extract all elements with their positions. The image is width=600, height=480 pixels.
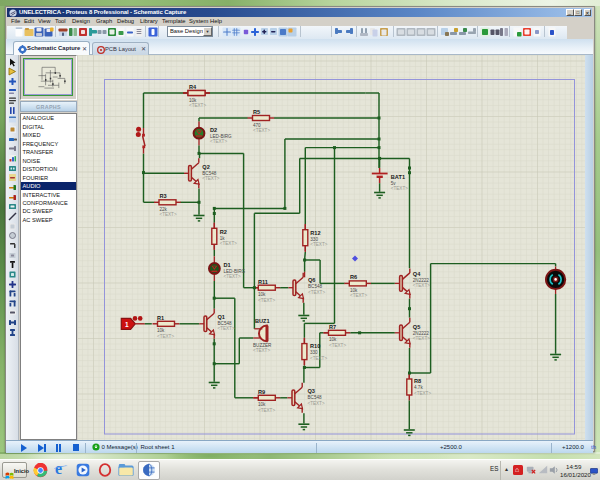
svg-text:LED-BIRG: LED-BIRG [224, 269, 246, 274]
svg-text:10k: 10k [329, 337, 337, 342]
svg-text:BC548: BC548 [202, 171, 216, 176]
svg-text:<TEXT>: <TEXT> [258, 408, 275, 413]
svg-text:330: 330 [310, 237, 318, 242]
svg-text:4.7k: 4.7k [414, 385, 423, 390]
svg-text:R7: R7 [329, 324, 336, 330]
svg-text:22k: 22k [160, 207, 168, 212]
svg-text:<TEXT>: <TEXT> [160, 212, 177, 217]
svg-text:<TEXT>: <TEXT> [308, 290, 325, 295]
svg-text:2N2222: 2N2222 [413, 278, 430, 283]
svg-text:BUZZER: BUZZER [253, 343, 272, 348]
svg-text:<TEXT>: <TEXT> [220, 241, 237, 246]
svg-text:Q4: Q4 [413, 271, 421, 277]
svg-text:R1: R1 [157, 315, 164, 321]
svg-text:<TEXT>: <TEXT> [350, 293, 367, 298]
svg-text:<TEXT>: <TEXT> [310, 242, 327, 247]
svg-text:R10: R10 [310, 343, 320, 349]
svg-text:<TEXT>: <TEXT> [202, 176, 219, 181]
svg-text:R11: R11 [258, 279, 268, 285]
svg-text:<TEXT>: <TEXT> [308, 401, 325, 406]
svg-text:R4: R4 [189, 84, 197, 90]
svg-text:<TEXT>: <TEXT> [414, 391, 431, 396]
svg-text:470: 470 [253, 123, 261, 128]
svg-text:<TEXT>: <TEXT> [224, 274, 241, 279]
svg-text:Q1: Q1 [218, 314, 225, 320]
svg-text:Q2: Q2 [202, 164, 209, 170]
svg-text:BC548: BC548 [308, 395, 322, 400]
svg-text:BC548: BC548 [308, 284, 322, 289]
svg-text:<TEXT>: <TEXT> [218, 326, 235, 331]
svg-text:LED-BIRG: LED-BIRG [210, 134, 232, 139]
svg-text:10k: 10k [189, 98, 197, 103]
svg-text:<TEXT>: <TEXT> [157, 334, 174, 339]
svg-text:Q5: Q5 [413, 324, 420, 330]
svg-text:BAT1: BAT1 [391, 174, 405, 180]
svg-text:D1: D1 [224, 262, 231, 268]
svg-text:R9: R9 [258, 389, 265, 395]
svg-text:Q3: Q3 [308, 388, 315, 394]
svg-text:330: 330 [310, 350, 318, 355]
svg-text:D2: D2 [210, 127, 217, 133]
svg-text:<TEXT>: <TEXT> [413, 283, 430, 288]
svg-text:BC548: BC548 [218, 321, 232, 326]
svg-text:Q6: Q6 [308, 277, 315, 283]
svg-text:<TEXT>: <TEXT> [189, 103, 206, 108]
svg-text:<TEXT>: <TEXT> [310, 356, 327, 361]
svg-text:<TEXT>: <TEXT> [253, 348, 270, 353]
svg-text:<TEXT>: <TEXT> [210, 139, 227, 144]
svg-text:BUZ1: BUZ1 [255, 318, 270, 324]
svg-text:R8: R8 [414, 378, 421, 384]
svg-text:R5: R5 [253, 109, 260, 115]
svg-text:<TEXT>: <TEXT> [258, 298, 275, 303]
svg-text:10k: 10k [258, 292, 266, 297]
svg-text:1k: 1k [220, 236, 226, 241]
svg-text:5v: 5v [391, 181, 397, 186]
svg-text:R2: R2 [220, 229, 227, 235]
svg-text:R6: R6 [350, 274, 357, 280]
svg-text:<TEXT>: <TEXT> [413, 336, 430, 341]
svg-text:R12: R12 [310, 230, 320, 236]
svg-text:<TEXT>: <TEXT> [329, 343, 346, 348]
svg-text:1: 1 [125, 321, 129, 328]
svg-text:<TEXT>: <TEXT> [391, 186, 408, 191]
svg-text:R3: R3 [160, 193, 167, 199]
svg-text:2N2222: 2N2222 [413, 331, 430, 336]
svg-text:10k: 10k [350, 288, 358, 293]
svg-text:10k: 10k [157, 328, 165, 333]
svg-text:<TEXT>: <TEXT> [253, 128, 270, 133]
svg-text:10k: 10k [258, 402, 266, 407]
